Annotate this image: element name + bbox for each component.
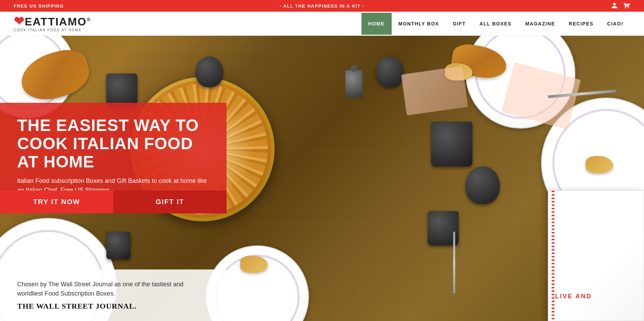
banner-left: FREE US SHIPPING xyxy=(14,3,219,9)
banner-center-text: - ALL THE HAPPINESS IN A KIT - xyxy=(280,3,365,9)
top-banner: FREE US SHIPPING - ALL THE HAPPINESS IN … xyxy=(0,0,644,12)
nav-all-boxes[interactable]: ALL BOXES xyxy=(473,13,518,35)
logo-brand: ❤EATTIAMO® xyxy=(14,15,91,27)
cta-buttons: TRY IT NOW GIFT IT xyxy=(0,190,227,213)
nav-home[interactable]: HOME xyxy=(361,13,392,35)
try-it-now-button[interactable]: TRY IT NOW xyxy=(0,190,113,213)
trademark: ® xyxy=(87,17,91,22)
nav-magazine[interactable]: MAGAZINE xyxy=(518,13,562,35)
nav-recipes[interactable]: RECIPES xyxy=(562,13,600,35)
hero-section: THE EASIEST WAY TO COOK ITALIAN FOOD AT … xyxy=(0,36,644,321)
banner-shipping-text: FREE US SHIPPING xyxy=(14,3,64,9)
main-nav: HOME MONTHLY BOX GIFT ALL BOXES MAGAZINE… xyxy=(361,13,630,35)
wsj-quote-text: Chosen by The Wall Street Journal as one… xyxy=(17,280,209,298)
wsj-logo: THE WALL STREET JOURNAL. xyxy=(17,302,209,311)
nav-monthly-box[interactable]: MONTHLY BOX xyxy=(392,13,446,35)
banner-right xyxy=(425,2,630,10)
nav-gift[interactable]: GIFT xyxy=(446,13,473,35)
user-icon[interactable] xyxy=(611,2,618,10)
header: ❤EATTIAMO® COOK ITALIAN FOOD AT HOME HOM… xyxy=(0,12,644,36)
banner-center: - ALL THE HAPPINESS IN A KIT - xyxy=(219,3,425,9)
logo-tagline: COOK ITALIAN FOOD AT HOME xyxy=(14,28,91,32)
gift-it-button[interactable]: GIFT IT xyxy=(113,190,227,213)
cart-icon[interactable] xyxy=(623,2,630,10)
quote-box: Chosen by The Wall Street Journal as one… xyxy=(0,269,227,321)
hero-headline: THE EASIEST WAY TO COOK ITALIAN FOOD AT … xyxy=(17,117,209,171)
logo-heart: ❤ xyxy=(14,14,25,28)
logo-area[interactable]: ❤EATTIAMO® COOK ITALIAN FOOD AT HOME xyxy=(14,15,91,32)
hero-content: THE EASIEST WAY TO COOK ITALIAN FOOD AT … xyxy=(0,36,644,321)
nav-ciao[interactable]: CIAO! xyxy=(600,13,630,35)
